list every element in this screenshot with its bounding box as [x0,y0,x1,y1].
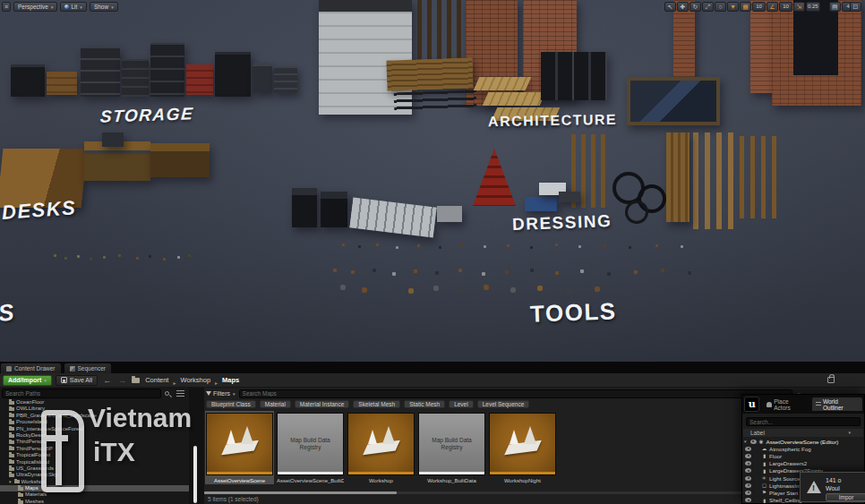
folder-pbr-graveyard[interactable]: PBR_Graveyard_and_Landscape [0,413,190,419]
prop-dark-locker[interactable] [215,52,251,97]
visibility-eye-icon[interactable] [745,461,751,466]
rotation-snap-icon[interactable]: ∠ [767,2,778,12]
outliner-search-input[interactable] [746,417,861,426]
chip-skeletal-mesh[interactable]: Skeletal Mesh [353,400,400,408]
folder-owllibrary[interactable]: OWLLibrary [0,406,190,412]
prop-tall-shelf[interactable] [150,43,184,97]
folder-workshop-maps[interactable]: Maps [0,485,190,491]
prop-door-frames[interactable] [693,132,738,229]
asset-tile-workshop-builtdata[interactable]: Map Build Data Registry Workshop_BuiltDa… [417,411,486,484]
prop-wheel-3[interactable] [625,201,648,224]
prop-window-frames[interactable] [541,52,607,100]
chip-static-mesh[interactable]: Static Mesh [404,400,445,408]
prop-red-toolbox[interactable] [186,64,213,95]
breadcrumb-maps[interactable]: Maps [220,376,241,384]
breadcrumb-workshop[interactable]: Workshop [178,376,212,384]
label-column-header[interactable]: Label [743,429,863,437]
visibility-eye-icon[interactable] [745,491,751,495]
prop-small-shelf[interactable] [274,66,297,93]
prop-small-items-left[interactable] [54,254,56,257]
show-button[interactable]: Show [90,2,118,12]
tab-place-actors[interactable]: Place Actors [763,397,809,411]
scale-snap-icon[interactable]: ⇲ [793,2,805,12]
prop-tool-row-3[interactable] [340,285,346,290]
prop-shelf-unit[interactable] [122,59,149,97]
horizontal-scrollbar[interactable] [204,491,741,494]
tab-content-drawer[interactable]: Content Drawer [0,363,62,373]
prop-workbench[interactable] [84,141,150,181]
prop-stool-2[interactable] [321,192,347,227]
label-left-edge-partial[interactable]: S [0,298,16,328]
prop-long-boards[interactable] [666,132,689,222]
folder-ultradynamicsky[interactable]: UltraDynamicSky [0,472,190,478]
folder-workshop-meshes[interactable]: Meshes [0,499,190,504]
label-architecture[interactable]: ARCHITECTURE [488,112,618,131]
list-view-icon[interactable] [176,390,184,397]
chip-level[interactable]: Level [449,400,474,408]
viewport-3d[interactable]: STORAGE ARCHITECTURE DESKS DRESSING TOOL… [0,0,865,362]
label-tools[interactable]: TOOLS [529,297,617,328]
visibility-eye-icon[interactable] [745,476,751,481]
import-button[interactable]: Impor [826,493,865,501]
tab-world-outliner[interactable]: World Outliner [812,397,862,411]
chip-blueprint-class[interactable]: Blueprint Class [206,400,256,408]
rotate-tool-icon[interactable]: ↻ [689,2,701,12]
asset-tile-workshopnight[interactable]: WorkshopNight [488,411,557,484]
scale-tool-icon[interactable]: ⤢ [702,2,714,12]
rotation-snap-value[interactable]: 10 [779,2,792,12]
asset-tile-assetoverviewscene-builtdata[interactable]: Map Build Data Registry AssetOverviewSce… [276,411,345,484]
lock-icon[interactable] [827,377,835,383]
prop-stool-1[interactable] [292,188,317,227]
viewport-options-icon[interactable] [2,2,11,12]
move-tool-icon[interactable]: ✚ [677,2,689,12]
outliner-row-atmospheric-fog[interactable]: ☁Atmospheric Fog [743,445,864,452]
folder-thirdpersonbp[interactable]: ThirdPersonBP [0,446,190,452]
lit-mode-button[interactable]: Lit [60,2,86,12]
horizontal-scrollbar-thumb[interactable] [204,491,397,494]
folder-workshop[interactable]: Workshop [0,479,190,485]
outliner-row-largedrawers2[interactable]: ▮LargeDrawers2 [743,460,864,467]
search-assets-input[interactable] [239,389,792,398]
prop-barrel[interactable] [253,63,272,93]
visibility-eye-icon[interactable] [745,483,751,488]
outliner-row-root[interactable]: ◉AssetOverviewScene (Editor) [743,438,864,445]
prop-brick-archway[interactable] [772,0,861,106]
asset-tile-assetoverviewscene[interactable]: AssetOverviewScene [205,411,274,484]
surface-snap-icon[interactable]: ▼ [727,2,739,12]
label-dressing[interactable]: DRESSING [512,211,612,235]
grid-snap-icon[interactable]: ▦ [740,2,751,12]
scale-snap-value[interactable]: 0.25 [806,2,820,12]
folder-rockydesert[interactable]: RockyDesert [0,432,190,439]
world-space-icon[interactable]: ○ [715,2,726,12]
grid-snap-value[interactable]: 10 [752,2,766,12]
forward-arrow-icon[interactable]: → [116,376,128,385]
back-arrow-icon[interactable]: ← [101,376,113,385]
folder-tropicalisland[interactable]: TropicalIsland [0,459,190,466]
prop-tool-row-1[interactable] [342,243,345,246]
visibility-eye-icon[interactable] [745,454,751,458]
prop-lumber-right[interactable] [740,136,783,218]
visibility-eye-icon[interactable] [745,468,751,473]
asset-tile-workshop[interactable]: Workshop [347,411,415,484]
chip-material[interactable]: Material [260,400,291,408]
visibility-eye-icon[interactable] [745,498,751,502]
folder-prouseisland[interactable]: ProuseIsland [0,419,190,425]
folder-workshop-materials[interactable]: Materials [0,491,190,498]
visibility-eye-icon[interactable] [745,447,751,451]
breadcrumb-content[interactable]: Content [143,376,170,384]
folder-grasslands[interactable]: US_Grasslands [0,466,190,472]
prop-plank-stack[interactable] [386,57,473,90]
add-import-button[interactable]: Add/Import [3,375,52,386]
prop-wood-crates[interactable] [47,72,77,95]
filters-button[interactable]: Filters [206,390,236,397]
tree-scrollbar[interactable] [193,446,197,503]
prop-steel-beams[interactable] [394,90,477,110]
prop-blue-box[interactable] [525,197,557,211]
visibility-eye-icon[interactable] [750,440,757,444]
tab-sequencer[interactable]: Sequencer [64,363,112,373]
prop-side-table[interactable] [150,143,210,177]
perspective-button[interactable]: Perspective [13,2,57,12]
save-all-button[interactable]: Save All [56,375,98,386]
select-tool-icon[interactable]: ↖ [664,2,676,12]
label-storage[interactable]: STORAGE [99,104,194,127]
